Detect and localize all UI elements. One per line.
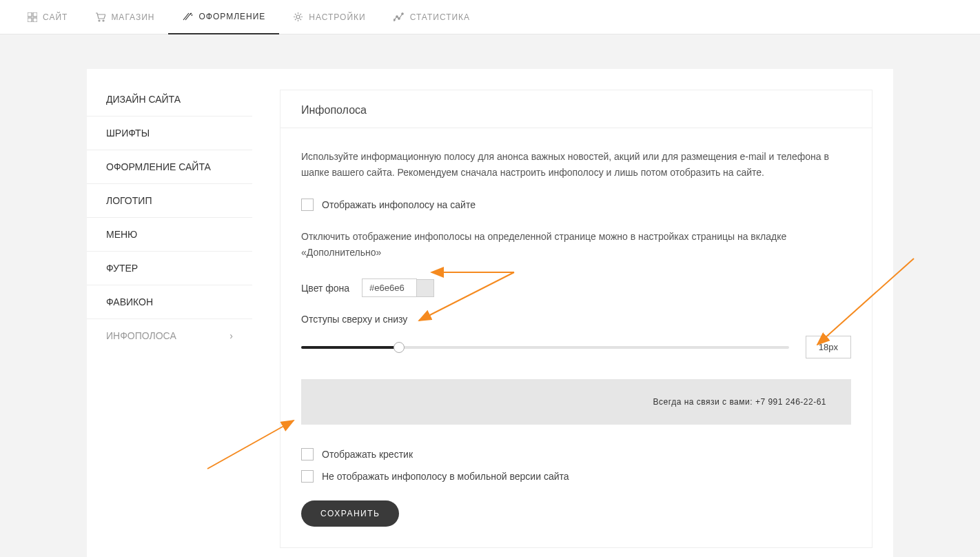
content: Инфополоса Используйте информационную по…	[252, 69, 893, 557]
slider-handle[interactable]	[394, 342, 405, 353]
slider-fill	[301, 346, 399, 349]
bg-color-input[interactable]	[362, 278, 417, 297]
show-cross-label: Отображать крестик	[322, 449, 413, 460]
nav-stats[interactable]: СТАТИСТИКА	[380, 0, 484, 34]
show-infostrip-checkbox[interactable]	[301, 199, 314, 211]
svg-point-6	[296, 15, 300, 19]
note-text: Отключить отображение инфополосы на опре…	[301, 229, 851, 261]
svg-point-4	[99, 20, 100, 21]
sidebar-item-footer[interactable]: ФУТЕР	[87, 252, 252, 285]
top-nav: САЙТ МАГАЗИН ОФОРМЛЕНИЕ НАСТРОЙКИ СТАТИС…	[0, 0, 980, 34]
padding-section: Отступы сверху и снизу 18px	[301, 314, 851, 358]
panel-title: Инфополоса	[280, 90, 872, 128]
svg-rect-3	[33, 18, 37, 22]
panel: Инфополоса Используйте информационную по…	[280, 90, 872, 548]
padding-slider[interactable]	[301, 346, 789, 349]
stats-icon	[394, 12, 405, 22]
svg-point-8	[396, 15, 397, 17]
sidebar-label: ИНФОПОЛОСА	[106, 330, 176, 341]
nav-design[interactable]: ОФОРМЛЕНИЕ	[168, 0, 279, 34]
nav-shop[interactable]: МАГАЗИН	[81, 0, 168, 34]
main-container: ДИЗАЙН САЙТА ШРИФТЫ ОФОРМЛЕНИЕ САЙТА ЛОГ…	[87, 69, 893, 557]
nav-label: СТАТИСТИКА	[410, 12, 470, 22]
infostrip-preview: Всегда на связи с вами: +7 991 246-22-61	[301, 379, 851, 425]
sidebar-label: ФАВИКОН	[106, 296, 153, 307]
hide-mobile-label: Не отображать инфополосу в мобильной вер…	[322, 471, 569, 482]
cart-icon	[95, 12, 105, 22]
sidebar-item-infostrip[interactable]: ИНФОПОЛОСА ›	[87, 319, 252, 352]
nav-site[interactable]: САЙТ	[14, 0, 81, 34]
nav-label: ОФОРМЛЕНИЕ	[198, 12, 265, 21]
bg-color-swatch[interactable]	[416, 279, 434, 297]
hide-mobile-row: Не отображать инфополосу в мобильной вер…	[301, 470, 851, 483]
design-icon	[182, 12, 193, 21]
hide-mobile-checkbox[interactable]	[301, 470, 314, 483]
sidebar-label: МЕНЮ	[106, 229, 137, 240]
show-cross-checkbox[interactable]	[301, 448, 314, 460]
nav-label: МАГАЗИН	[111, 12, 154, 22]
sidebar-item-logo[interactable]: ЛОГОТИП	[87, 184, 252, 218]
save-button[interactable]: СОХРАНИТЬ	[301, 500, 399, 527]
grid-icon	[28, 12, 37, 22]
svg-rect-1	[33, 12, 37, 17]
nav-label: НАСТРОЙКИ	[309, 12, 365, 22]
description-text: Используйте информационную полосу для ан…	[301, 149, 851, 181]
svg-rect-0	[28, 12, 32, 17]
show-infostrip-label: Отображать инфополосу на сайте	[322, 199, 476, 210]
sidebar-label: ЛОГОТИП	[106, 195, 152, 206]
sidebar-item-site-design[interactable]: ОФОРМЛЕНИЕ САЙТА	[87, 150, 252, 184]
sidebar-item-fonts[interactable]: ШРИФТЫ	[87, 117, 252, 150]
preview-text: Всегда на связи с вами: +7 991 246-22-61	[653, 397, 826, 407]
padding-value: 18px	[806, 336, 851, 358]
bg-color-row: Цвет фона	[301, 278, 851, 297]
bg-color-label: Цвет фона	[301, 283, 349, 294]
sidebar-label: ДИЗАЙН САЙТА	[106, 94, 181, 105]
padding-slider-row: 18px	[301, 336, 851, 358]
sidebar-item-design[interactable]: ДИЗАЙН САЙТА	[87, 83, 252, 117]
svg-point-5	[103, 20, 104, 21]
svg-point-10	[401, 12, 402, 14]
sidebar-item-menu[interactable]: МЕНЮ	[87, 218, 252, 252]
nav-settings[interactable]: НАСТРОЙКИ	[279, 0, 379, 34]
chevron-right-icon: ›	[229, 330, 233, 341]
show-infostrip-row: Отображать инфополосу на сайте	[301, 199, 851, 211]
gear-icon	[293, 12, 303, 22]
sidebar-label: ОФОРМЛЕНИЕ САЙТА	[106, 161, 211, 172]
svg-point-9	[398, 17, 399, 19]
sidebar-label: ШРИФТЫ	[106, 128, 150, 139]
sidebar: ДИЗАЙН САЙТА ШРИФТЫ ОФОРМЛЕНИЕ САЙТА ЛОГ…	[87, 69, 252, 557]
padding-label: Отступы сверху и снизу	[301, 314, 839, 325]
show-cross-row: Отображать крестик	[301, 448, 851, 460]
svg-point-7	[394, 19, 395, 20]
svg-rect-2	[28, 18, 32, 22]
panel-body: Используйте информационную полосу для ан…	[280, 128, 872, 547]
sidebar-item-favicon[interactable]: ФАВИКОН	[87, 285, 252, 319]
nav-label: САЙТ	[43, 12, 68, 22]
sidebar-label: ФУТЕР	[106, 263, 138, 274]
